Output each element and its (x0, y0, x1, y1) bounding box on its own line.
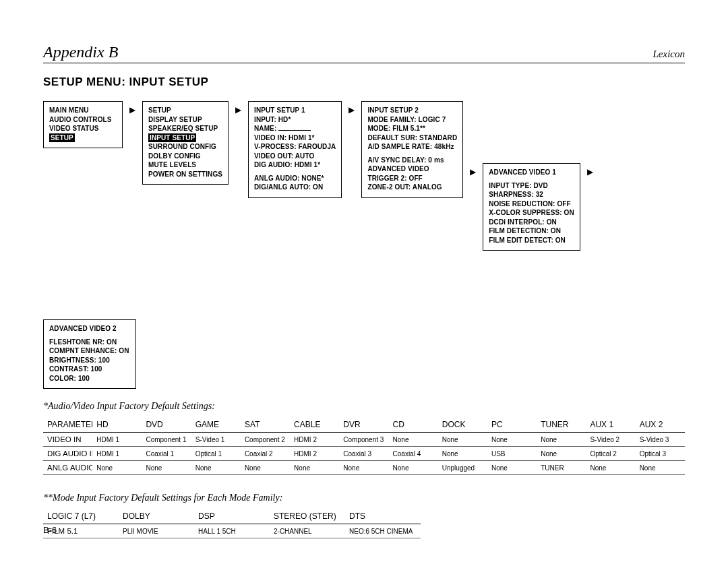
menu-item: MODE FAMILY: LOGIC 7 (367, 115, 457, 125)
menu-advanced-video-2: ADVANCED VIDEO 2FLESHTONE NR: ONCOMPNT E… (43, 319, 136, 389)
table-header: AUX 1 (586, 417, 635, 433)
table-header: GAME (191, 417, 241, 433)
menu-item: COMPNT ENHANCE: ON (49, 346, 130, 356)
menu-row: MAIN MENUAUDIO CONTROLSVIDEO STATUSSETUP… (43, 101, 685, 389)
menu-item: A/V SYNC DELAY: 0 ms (367, 156, 457, 165)
arrow-icon: ▶ (470, 167, 476, 177)
section-title: SETUP MENU: INPUT SETUP (43, 75, 685, 89)
menu-item: INPUT: HD* (254, 115, 336, 125)
table-cell: None (438, 433, 487, 447)
table-cell: VIDEO IN (43, 433, 92, 447)
menu-item: DEFAULT SUR: STANDARD (367, 133, 457, 143)
menu-item: A/D SAMPLE RATE: 48kHz (367, 142, 457, 152)
table2-note: **Mode Input Factory Default Settings fo… (43, 493, 685, 503)
table-cell: None (389, 461, 438, 475)
table-cell: None (487, 433, 537, 447)
table1-note: *Audio/Video Input Factory Default Setti… (43, 401, 685, 412)
table-cell: HDMI 2 (290, 433, 339, 447)
menu-advanced-video-1: ADVANCED VIDEO 1INPUT TYPE: DVDSHARPNESS… (483, 163, 580, 251)
menu-item: MUTE LEVELS (148, 160, 222, 170)
table-cell: None (389, 433, 438, 447)
table-cell: TUNER (537, 461, 586, 475)
table-cell: S-Video 1 (191, 433, 241, 447)
table-header: CABLE (290, 417, 339, 433)
table-header: TUNER (537, 417, 586, 433)
page-number: B-6 (43, 525, 57, 535)
menu-item: INPUT SETUP 1 (254, 106, 336, 115)
table-header: HD (92, 417, 142, 433)
table-cell: None (537, 447, 586, 461)
menu-item: CONTRAST: 100 (49, 365, 130, 374)
menu-item: INPUT TYPE: DVD (489, 181, 574, 191)
menu-item-selected: INPUT SETUP (148, 133, 222, 143)
table-cell: HDMI 1 (92, 433, 142, 447)
table-cell: Coaxial 1 (142, 447, 191, 461)
menu-item: VIDEO OUT: AUTO (254, 152, 336, 161)
defaults-table-1: PARAMETERHDDVDGAMESATCABLEDVRCDDOCKPCTUN… (43, 417, 685, 475)
menu-item: AUDIO CONTROLS (49, 115, 117, 125)
menu-setup: SETUPDISPLAY SETUPSPEAKER/EQ SETUPINPUT … (142, 101, 229, 185)
table-cell: Component 3 (339, 433, 388, 447)
menu-item: VIDEO IN: HDMI 1* (254, 133, 336, 143)
menu-item: V-PROCESS: FAROUDJA (254, 142, 336, 152)
brand-label: Lexicon (653, 49, 685, 60)
menu-item: ZONE-2 OUT: ANALOG (367, 183, 457, 192)
table-cell: PLII MOVIE (119, 524, 194, 538)
table-cell: None (487, 461, 537, 475)
menu-item: NAME: (254, 124, 336, 133)
menu-main: MAIN MENUAUDIO CONTROLSVIDEO STATUSSETUP (43, 101, 123, 148)
table-cell: USB (487, 447, 537, 461)
table-row: VIDEO INHDMI 1Component 1S-Video 1Compon… (43, 433, 685, 447)
table-cell: Coaxial 4 (389, 447, 438, 461)
menu-item: INPUT SETUP 2 (367, 106, 457, 115)
menu-item: SETUP (148, 106, 222, 115)
table-header: DVD (142, 417, 191, 433)
menu-item: SURROUND CONFIG (148, 142, 222, 152)
menu-item: TRIGGER 2: OFF (367, 174, 457, 183)
table-cell: None (339, 461, 388, 475)
menu-item: FILM EDIT DETECT: ON (489, 236, 574, 245)
table-cell: None (191, 461, 241, 475)
menu-input-setup-1: INPUT SETUP 1INPUT: HD*NAME: VIDEO IN: H… (248, 101, 342, 198)
table-cell: None (537, 433, 586, 447)
table-cell: DIG AUDIO IN (43, 447, 92, 461)
table-cell: Coaxial 2 (241, 447, 290, 461)
table-header: AUX 2 (636, 417, 685, 433)
table-header: LOGIC 7 (L7) (43, 509, 119, 524)
table-row: DIG AUDIO INHDMI 1Coaxial 1Optical 1Coax… (43, 447, 685, 461)
menu-item: FILM DETECTION: ON (489, 226, 574, 236)
menu-item: VIDEO STATUS (49, 124, 117, 133)
menu-item: COLOR: 100 (49, 374, 130, 383)
table-cell: S-Video 3 (636, 433, 685, 447)
arrow-icon: ▶ (348, 105, 355, 115)
menu-item: FLESHTONE NR: ON (49, 338, 130, 347)
table-cell: Component 2 (241, 433, 290, 447)
menu-item: DIG/ANLG AUTO: ON (254, 183, 336, 192)
table-cell: Optical 1 (191, 447, 241, 461)
table-cell: Component 1 (142, 433, 191, 447)
menu-item: DISPLAY SETUP (148, 115, 222, 125)
table-cell: None (586, 461, 635, 475)
table-cell: Optical 2 (586, 447, 635, 461)
defaults-table-2: LOGIC 7 (L7)DOLBYDSPSTEREO (STER)DTS FIL… (43, 509, 421, 538)
table-header: PC (487, 417, 537, 433)
arrow-icon: ▶ (587, 167, 593, 177)
menu-input-setup-2: INPUT SETUP 2MODE FAMILY: LOGIC 7MODE: F… (361, 101, 463, 198)
menu-item: BRIGHTNESS: 100 (49, 356, 130, 365)
table-header: DOLBY (119, 509, 194, 524)
table-header: DTS (345, 509, 421, 524)
table-cell: None (92, 461, 142, 475)
table-header: CD (389, 417, 438, 433)
table-header: DOCK (438, 417, 487, 433)
menu-item: POWER ON SETTINGS (148, 170, 222, 179)
table-header: STEREO (STER) (270, 509, 345, 524)
menu-item: ADVANCED VIDEO 2 (49, 324, 130, 334)
table-cell: Coaxial 3 (339, 447, 388, 461)
menu-item: SPEAKER/EQ SETUP (148, 124, 222, 133)
menu-item: ADVANCED VIDEO 1 (489, 168, 574, 177)
table-header: DVR (339, 417, 388, 433)
table-header: DSP (194, 509, 270, 524)
menu-item: SHARPNESS: 32 (489, 190, 574, 199)
table-cell: S-Video 2 (586, 433, 635, 447)
menu-item: DIG AUDIO: HDMI 1* (254, 160, 336, 170)
